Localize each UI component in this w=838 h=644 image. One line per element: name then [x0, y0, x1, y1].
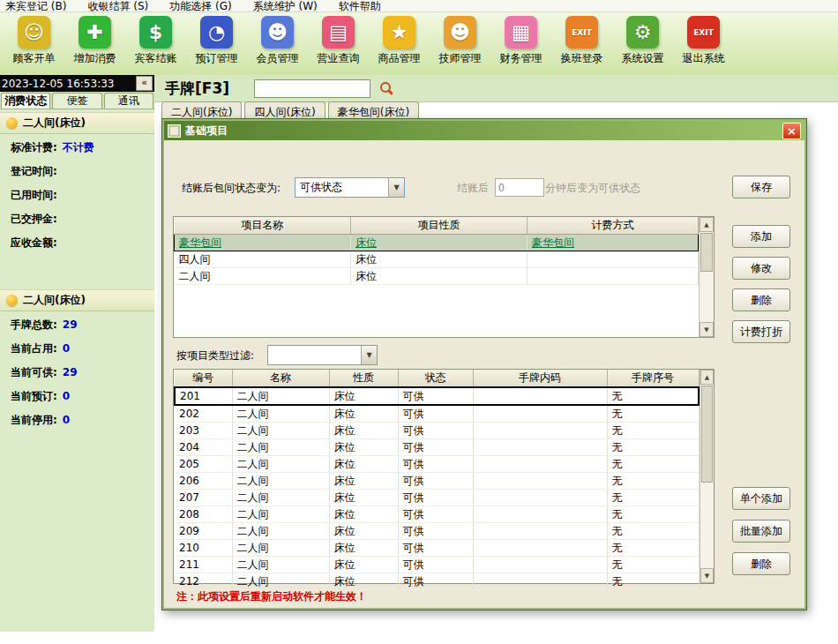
table-cell: 202: [175, 405, 232, 423]
table-row[interactable]: 202二人间床位可供无: [175, 405, 699, 423]
finance-manage-button[interactable]: ▦ 财务管理: [490, 16, 551, 66]
column-header[interactable]: 状态: [398, 370, 473, 387]
booking-manage-button[interactable]: ◔ 预订管理: [186, 16, 247, 66]
scroll-thumb[interactable]: [701, 386, 713, 483]
billing-discount-button[interactable]: 计费打折: [732, 320, 790, 343]
member-manage-button[interactable]: ☻ 会员管理: [247, 16, 308, 66]
column-header[interactable]: 名称: [232, 370, 329, 387]
menu-item[interactable]: 功能选择 (G): [169, 0, 231, 11]
cards-scrollbar[interactable]: ▲ ▼: [700, 370, 714, 583]
field-value: 不计费: [63, 142, 94, 154]
table-cell: [473, 557, 607, 573]
toolbar-label: 系统设置: [622, 51, 664, 66]
scroll-up-icon[interactable]: ▲: [700, 370, 714, 385]
table-cell: 床位: [329, 387, 398, 405]
save-button[interactable]: 保存: [732, 176, 790, 198]
table-row[interactable]: 210二人间床位可供无: [175, 540, 699, 557]
column-header[interactable]: 编号: [175, 370, 232, 387]
column-header[interactable]: 手牌内码: [473, 370, 607, 387]
table-row[interactable]: 201二人间床位可供无: [175, 387, 699, 405]
sidebar-field: 当前占用: 0: [11, 343, 144, 355]
table-row[interactable]: 二人间床位: [175, 268, 699, 285]
sidebar-field: 应收金额:: [11, 237, 144, 249]
menu-item[interactable]: 收银结算 (S): [87, 0, 148, 11]
scroll-thumb[interactable]: [700, 233, 713, 272]
table-row[interactable]: 四人间床位: [175, 251, 699, 268]
field-label: 当前占用:: [11, 343, 57, 355]
room-stats-section-title: 二人间(床位): [23, 293, 86, 308]
table-row[interactable]: 205二人间床位可供无: [175, 456, 699, 473]
chevron-down-icon[interactable]: ▼: [388, 178, 404, 197]
delete-button[interactable]: 删除: [732, 288, 790, 311]
add-button[interactable]: 添加: [732, 225, 790, 248]
single-add-button[interactable]: 单个添加: [732, 487, 790, 510]
shift-login-button[interactable]: EXIT 换班登录: [551, 16, 612, 66]
scroll-down-icon[interactable]: ▼: [700, 568, 714, 583]
table-row[interactable]: 209二人间床位可供无: [175, 523, 699, 540]
table-row[interactable]: 208二人间床位可供无: [175, 506, 699, 523]
table-row[interactable]: 206二人间床位可供无: [175, 473, 699, 490]
page-title: 手牌[F3]: [165, 79, 229, 99]
exit-system-button[interactable]: EXIT 退出系统: [673, 16, 734, 66]
minutes-input[interactable]: [495, 178, 544, 197]
filter-dropdown[interactable]: ▼: [267, 345, 378, 365]
sidebar-field: 已用时间:: [11, 190, 144, 201]
sidebar-tab[interactable]: 通讯: [104, 93, 153, 109]
chevron-down-icon[interactable]: ▼: [361, 346, 377, 364]
menu-item[interactable]: 软件帮助: [339, 0, 381, 11]
scroll-track[interactable]: [700, 232, 714, 322]
field-value: 0: [63, 343, 70, 355]
scroll-down-icon[interactable]: ▼: [700, 322, 714, 337]
table-cell: 210: [175, 540, 232, 557]
batch-add-button[interactable]: 批量添加: [732, 520, 790, 543]
technician-manage-icon: ☻: [444, 16, 476, 49]
table-cell: 床位: [351, 235, 527, 251]
system-settings-button[interactable]: ⚙ 系统设置: [612, 16, 673, 66]
scroll-track[interactable]: [700, 385, 714, 568]
goods-manage-icon: ★: [383, 16, 415, 49]
add-consume-button[interactable]: ✚ 增加消费: [64, 16, 125, 66]
sidebar-tab[interactable]: 消费状态: [1, 93, 50, 109]
table-row[interactable]: 212二人间床位可供无: [175, 573, 699, 590]
field-value: 0: [63, 415, 70, 426]
table-row[interactable]: 211二人间床位可供无: [175, 557, 699, 573]
table-row[interactable]: 204二人间床位可供无: [175, 439, 699, 456]
app-window: 来宾登记 (B)收银结算 (S)功能选择 (G)系统维护 (W)软件帮助 ☺ 顾…: [0, 0, 838, 644]
column-header[interactable]: 项目名称: [175, 217, 351, 235]
business-query-button[interactable]: ▤ 营业查询: [308, 16, 369, 66]
search-icon[interactable]: [379, 81, 393, 95]
technician-manage-button[interactable]: ☻ 技师管理: [430, 16, 490, 66]
table-row[interactable]: 203二人间床位可供无: [175, 423, 699, 439]
dialog-titlebar[interactable]: 基础项目 ×: [164, 121, 804, 140]
collapse-sidebar-button[interactable]: «: [136, 76, 153, 91]
table-cell: 床位: [351, 268, 527, 285]
checkout-status-dropdown[interactable]: 可供状态 ▼: [295, 177, 405, 198]
room-stats-fields: 手牌总数: 29 当前占用: 0 当前可供: 29 当前预订: 0 当前停用: …: [0, 311, 154, 435]
menu-item[interactable]: 来宾登记 (B): [5, 0, 66, 11]
field-value: 29: [63, 319, 78, 331]
scroll-up-icon[interactable]: ▲: [700, 217, 714, 232]
delete-cards-button[interactable]: 删除: [732, 552, 790, 575]
projects-scrollbar[interactable]: ▲ ▼: [699, 217, 714, 337]
column-header[interactable]: 性质: [329, 370, 398, 387]
guest-checkout-button[interactable]: $ 宾客结账: [125, 16, 186, 66]
column-header[interactable]: 项目性质: [351, 217, 527, 235]
table-cell: 无: [607, 387, 699, 405]
table-cell: 二人间: [232, 506, 329, 523]
table-cell: 二人间: [232, 456, 329, 473]
customer-open-button[interactable]: ☺ 顾客开单: [4, 16, 64, 66]
table-row[interactable]: 豪华包间床位豪华包间: [175, 235, 699, 251]
dialog-icon: [168, 124, 181, 138]
table-cell: 二人间: [175, 268, 351, 285]
table-row[interactable]: 207二人间床位可供无: [175, 490, 699, 506]
close-icon[interactable]: ×: [782, 123, 801, 139]
menu-item[interactable]: 系统维护 (W): [253, 0, 318, 11]
goods-manage-button[interactable]: ★ 商品管理: [369, 16, 430, 66]
toolbar-label: 营业查询: [318, 51, 360, 66]
column-header[interactable]: 手牌序号: [607, 370, 699, 387]
column-header[interactable]: 计费方式: [527, 217, 699, 235]
basic-items-dialog: 基础项目 × 结账后包间状态变为: 可供状态 ▼ 结账后 分钟后变为可供状态 保…: [161, 118, 807, 610]
hand-card-search-input[interactable]: [254, 79, 370, 98]
modify-button[interactable]: 修改: [732, 257, 790, 280]
sidebar-tab[interactable]: 便签: [52, 93, 101, 109]
